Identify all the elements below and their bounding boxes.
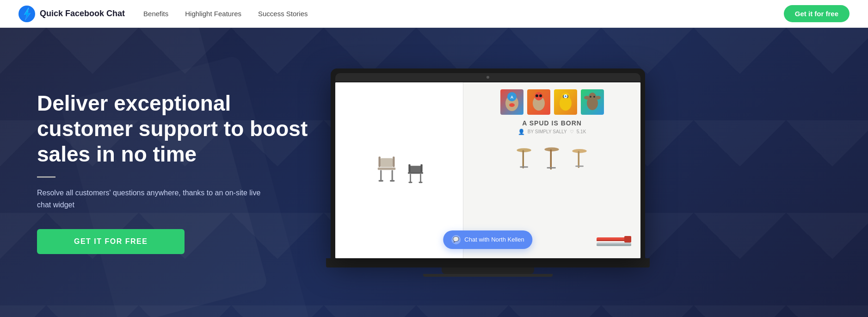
svg-point-35 (595, 96, 601, 99)
laptop-screen: A (335, 82, 640, 258)
nav-item-benefits[interactable]: Benefits (143, 10, 168, 18)
nav-item-features[interactable]: Highlight Features (185, 10, 241, 18)
hero-cta-button[interactable]: GET IT FOR FREE (37, 229, 185, 254)
product-by-icon: 👤 (518, 129, 525, 135)
svg-rect-16 (420, 174, 421, 182)
svg-point-26 (539, 94, 542, 97)
svg-rect-43 (547, 167, 556, 168)
hero-subtitle: Resolve all customers' questions anywher… (37, 187, 268, 211)
svg-rect-4 (378, 156, 380, 167)
svg-rect-15 (410, 174, 411, 182)
character-3 (554, 89, 577, 115)
brand-logo-icon (18, 6, 35, 22)
laptop-mockup: A (331, 68, 645, 277)
nav-link-stories[interactable]: Success Stories (258, 10, 308, 18)
nav-link-features[interactable]: Highlight Features (185, 10, 241, 18)
laptop-top-bar (335, 73, 640, 81)
nav-item-stories[interactable]: Success Stories (258, 10, 308, 18)
laptop-stand (442, 267, 534, 274)
hero-title: Deliver exceptional customer support to … (37, 91, 314, 168)
product-title: A SPUD IS BORN (522, 119, 582, 127)
svg-rect-3 (380, 158, 392, 167)
svg-rect-10 (390, 180, 395, 182)
hero-content: Deliver exceptional customer support to … (37, 91, 314, 255)
svg-rect-12 (408, 164, 410, 172)
swiss-knife-decoration (597, 235, 634, 249)
svg-rect-6 (377, 167, 395, 169)
laptop-foot (423, 274, 553, 277)
character-2 (527, 89, 550, 115)
hero-divider (37, 176, 55, 178)
svg-point-34 (584, 96, 590, 99)
laptop-camera (486, 76, 489, 79)
laptop-body: A (331, 68, 645, 258)
svg-rect-51 (597, 244, 631, 246)
brand-link[interactable]: Quick Facebook Chat (18, 6, 125, 22)
svg-rect-40 (520, 166, 528, 168)
nav-cta-button[interactable]: Get it for free (784, 5, 850, 22)
svg-rect-13 (420, 164, 422, 172)
svg-rect-46 (575, 165, 584, 167)
svg-rect-39 (523, 150, 524, 168)
hero-section: Deliver exceptional customer support to … (0, 28, 868, 317)
navbar: Quick Facebook Chat Benefits Highlight F… (0, 0, 868, 28)
nav-links-list: Benefits Highlight Features Success Stor… (143, 10, 308, 18)
character-4 (581, 89, 604, 115)
svg-rect-11 (409, 166, 422, 172)
svg-rect-7 (380, 170, 382, 181)
svg-point-31 (565, 95, 566, 97)
svg-text:A: A (510, 95, 513, 99)
stool-3-icon (569, 142, 590, 174)
svg-rect-49 (624, 236, 631, 242)
svg-rect-8 (391, 170, 393, 181)
stool-2-icon (542, 142, 562, 174)
screen-left-panel (335, 82, 463, 258)
laptop-base (326, 258, 650, 267)
svg-rect-9 (378, 180, 383, 182)
product-meta: 👤 BY SIMPLY SALLY ♡ 5.1K (518, 129, 586, 135)
chair-2-icon (405, 161, 426, 186)
chat-bubble-text: Chat with North Kellen (464, 236, 524, 243)
svg-point-22 (509, 103, 515, 107)
chairs-display (373, 154, 426, 186)
svg-rect-45 (578, 151, 580, 168)
svg-point-36 (590, 96, 591, 98)
svg-rect-5 (393, 156, 394, 167)
stool-1-icon (514, 142, 535, 174)
character-1: A (500, 89, 523, 115)
product-by-text: BY SIMPLY SALLY (528, 129, 567, 134)
svg-rect-18 (419, 181, 422, 183)
svg-point-37 (593, 96, 595, 98)
stools-display (514, 142, 590, 174)
hero-visual: A (314, 68, 661, 277)
chair-1-icon (373, 154, 400, 186)
characters-display: A (500, 89, 604, 115)
brand-name-text: Quick Facebook Chat (40, 9, 125, 19)
svg-rect-17 (408, 181, 412, 183)
nav-link-benefits[interactable]: Benefits (143, 10, 168, 18)
product-heart-icon: ♡ (570, 129, 574, 134)
chat-bubble-icon: 💬 (451, 235, 461, 244)
chat-bubble[interactable]: 💬 Chat with North Kellen (443, 230, 532, 249)
svg-rect-14 (408, 172, 423, 174)
svg-point-25 (536, 94, 538, 97)
product-likes: 5.1K (577, 129, 586, 134)
svg-rect-42 (550, 149, 552, 169)
